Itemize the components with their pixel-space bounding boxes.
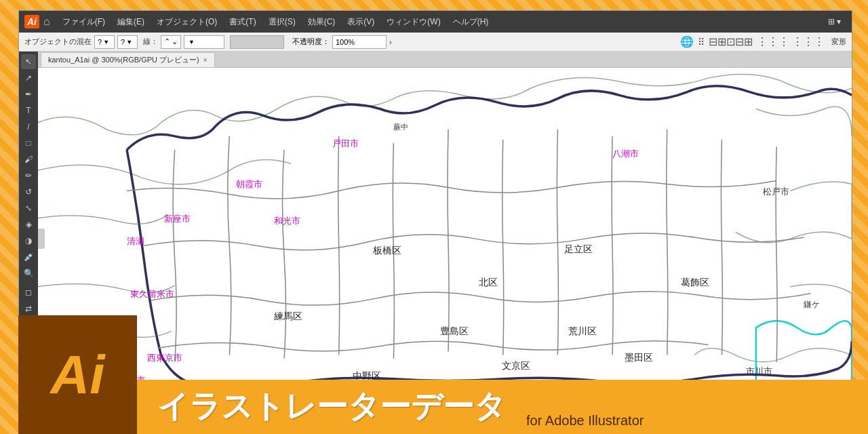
blend-mode-dropdown1[interactable]: ? ▼	[94, 35, 115, 49]
menu-window[interactable]: ウィンドウ(W)	[381, 14, 446, 31]
svg-text:東久留米市: 東久留米市	[130, 289, 174, 299]
stroke-dropdown[interactable]: ▼	[184, 35, 224, 49]
svg-text:朝霞市: 朝霞市	[236, 179, 262, 189]
blend-mode-label: オブジェクトの混在	[24, 37, 92, 47]
svg-text:戸田市: 戸田市	[332, 138, 359, 149]
menu-file[interactable]: ファイル(F)	[57, 14, 111, 31]
tool-swap[interactable]: ⇄	[21, 301, 36, 316]
opacity-input[interactable]: 100%	[332, 35, 387, 49]
tool-rect[interactable]: □	[21, 136, 36, 151]
canvas-content: 朝霞市 戸田市 蕨中 八潮市 松戸市 新座市 和光市 清瀬 板橋区 足立区 北区…	[38, 68, 852, 389]
distribute-icons: ⋮⋮⋮ ⋮⋮⋮	[757, 35, 825, 48]
tool-zoom[interactable]: 🔍	[21, 266, 36, 281]
tab-bar: kantou_A1ai @ 300%(RGB/GPU プレビュー) ×	[38, 52, 852, 68]
svg-text:西東京市: 西東京市	[147, 353, 182, 363]
svg-text:和光市: 和光市	[274, 216, 300, 226]
menu-object[interactable]: オブジェクト(O)	[151, 14, 222, 31]
app-window: Ai ⌂ ファイル(F) 編集(E) オブジェクト(O) 書式(T) 選択(S)…	[0, 0, 868, 434]
tool-blend[interactable]: ◈	[21, 217, 36, 232]
tool-gradient[interactable]: ◑	[21, 233, 36, 248]
svg-text:葛飾区: 葛飾区	[681, 277, 709, 288]
banner-sub-text: for Adobe Illustrator	[526, 413, 644, 434]
banner-main-text: イラストレーターデータ	[157, 386, 506, 428]
home-icon[interactable]: ⌂	[43, 16, 50, 28]
svg-text:蕨中: 蕨中	[393, 123, 408, 131]
svg-text:板橋区: 板橋区	[372, 245, 401, 256]
menu-select[interactable]: 選択(S)	[263, 14, 301, 31]
svg-text:練馬区: 練馬区	[273, 311, 302, 321]
tool-paintbrush[interactable]: 🖌	[21, 152, 36, 167]
svg-text:八潮市: 八潮市	[612, 149, 639, 159]
tool-type[interactable]: T	[21, 103, 36, 118]
menu-type[interactable]: 書式(T)	[224, 14, 261, 31]
tool-rotate[interactable]: ↺	[21, 184, 36, 199]
collapse-tab[interactable]	[38, 229, 45, 249]
tab-close-button[interactable]: ×	[203, 56, 208, 64]
tool-eyedropper[interactable]: 💉	[21, 250, 36, 264]
map-container[interactable]: 朝霞市 戸田市 蕨中 八潮市 松戸市 新座市 和光市 清瀬 板橋区 足立区 北区…	[38, 68, 852, 389]
menu-bar: Ai ⌂ ファイル(F) 編集(E) オブジェクト(O) 書式(T) 選択(S)…	[19, 11, 852, 33]
menu-grid[interactable]: ⊞ ▾	[823, 14, 846, 29]
blend-mode-dropdown2[interactable]: ? ▼	[117, 35, 138, 49]
grid-dots-icon[interactable]: ⠿	[698, 37, 705, 47]
tool-direct-select[interactable]: ↗	[21, 71, 36, 85]
menu-help[interactable]: ヘルプ(H)	[448, 14, 494, 31]
text-banner: イラストレーターデータ for Adobe Illustrator	[137, 380, 868, 434]
icon-group: 🌐 ⠿ ⊟⊞⊡⊟⊞ ⋮⋮⋮ ⋮⋮⋮ 変形	[680, 35, 846, 48]
globe-icon[interactable]: 🌐	[680, 35, 694, 48]
document-area: ↖ ↗ ✒ T / □ 🖌 ✏ ↺ ⤡ ◈ ◑ 💉 🔍 ◻ ⇄ ⊕ ⊠	[19, 52, 852, 389]
svg-text:北区: 北区	[479, 277, 498, 288]
tool-fill[interactable]: ◻	[21, 285, 36, 300]
opacity-section: 不透明度： 100% ›	[292, 35, 392, 49]
map-svg: 朝霞市 戸田市 蕨中 八潮市 松戸市 新座市 和光市 清瀬 板橋区 足立区 北区…	[38, 68, 852, 389]
svg-text:市川市: 市川市	[746, 366, 772, 376]
svg-text:清瀬: 清瀬	[127, 236, 144, 246]
tool-select[interactable]: ↖	[21, 54, 36, 69]
document-tab[interactable]: kantou_A1ai @ 300%(RGB/GPU プレビュー) ×	[41, 52, 215, 67]
svg-text:文京区: 文京区	[502, 360, 530, 371]
illustrator-window: Ai ⌂ ファイル(F) 編集(E) オブジェクト(O) 書式(T) 選択(S)…	[18, 10, 852, 390]
color-picker[interactable]	[230, 35, 284, 49]
stroke-control[interactable]: ⌃ ⌄	[161, 35, 181, 49]
tool-pencil[interactable]: ✏	[21, 168, 36, 183]
svg-text:松戸市: 松戸市	[763, 186, 789, 197]
svg-text:墨田区: 墨田区	[625, 352, 653, 363]
opacity-expand-icon[interactable]: ›	[389, 38, 392, 46]
menu-edit[interactable]: 編集(E)	[112, 14, 150, 31]
svg-text:豊島区: 豊島区	[440, 326, 469, 336]
ai-logo-small: Ai	[24, 15, 39, 28]
tool-scale[interactable]: ⤡	[21, 201, 36, 216]
svg-text:新座市: 新座市	[165, 214, 191, 224]
ai-big-logo: Ai	[51, 344, 105, 406]
tool-pen[interactable]: ✒	[21, 87, 36, 102]
tool-line[interactable]: /	[21, 119, 36, 134]
stroke-label: 線：	[143, 37, 158, 47]
transform-label: 変形	[831, 37, 846, 47]
align-icons: ⊟⊞⊡⊟⊞	[709, 35, 753, 48]
svg-text:荒川区: 荒川区	[568, 326, 597, 336]
tab-title: kantou_A1ai @ 300%(RGB/GPU プレビュー)	[48, 55, 199, 65]
svg-text:鎌ケ: 鎌ケ	[804, 300, 820, 309]
menu-view[interactable]: 表示(V)	[342, 14, 380, 31]
options-bar: オブジェクトの混在 ? ▼ ? ▼ 線： ⌃ ⌄ ▼ 不透明度： 100% ›	[19, 33, 852, 52]
canvas-area: kantou_A1ai @ 300%(RGB/GPU プレビュー) ×	[38, 52, 852, 389]
ai-logo-box: Ai	[18, 315, 137, 434]
menu-effect[interactable]: 効果(C)	[302, 14, 341, 31]
opacity-label: 不透明度：	[292, 37, 330, 47]
svg-text:足立区: 足立区	[564, 243, 593, 254]
